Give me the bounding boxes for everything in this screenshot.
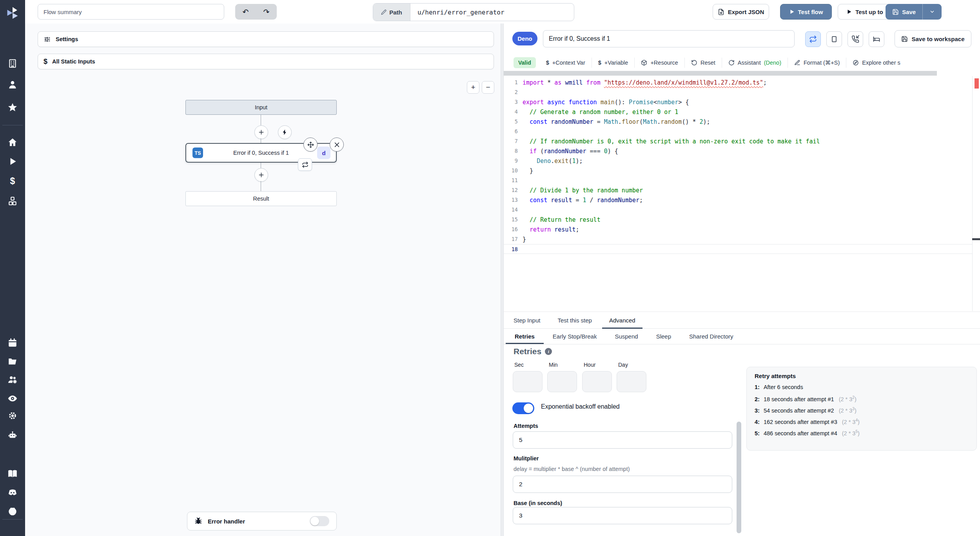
- multiplier-description: delay = multiplier * base ^ (number of a…: [514, 466, 630, 472]
- flow-input-node[interactable]: Input: [185, 100, 337, 115]
- subtab-sleep[interactable]: Sleep: [647, 329, 680, 344]
- flow-summary-input[interactable]: Flow summary: [38, 4, 224, 20]
- retry-sec-label: Sec: [514, 362, 524, 368]
- retry-attempt-row: 5:486 seconds after attempt #4(2 * 35): [755, 429, 969, 441]
- tab-test-this-step[interactable]: Test this step: [550, 312, 599, 328]
- building-icon[interactable]: [7, 58, 18, 69]
- subtab-retries[interactable]: Retries: [506, 329, 544, 344]
- save-button[interactable]: Save: [886, 4, 922, 20]
- dollar-icon[interactable]: $: [7, 176, 18, 186]
- subtab-early-stop-break[interactable]: Early Stop/Break: [544, 329, 606, 344]
- reset-button[interactable]: Reset: [684, 58, 722, 68]
- export-json-button[interactable]: Export JSON: [713, 4, 769, 20]
- edge-line: [261, 138, 261, 143]
- explore-scripts-button[interactable]: Explore other s: [846, 58, 907, 68]
- box-button[interactable]: [826, 31, 842, 47]
- discord-icon[interactable]: [7, 487, 18, 498]
- exponential-backoff-toggle[interactable]: [512, 402, 534, 414]
- save-label: Save: [902, 9, 916, 15]
- assistant-button[interactable]: Assistant (Deno): [722, 58, 788, 68]
- cursor-position-marker: [972, 238, 980, 240]
- repeat-button[interactable]: [805, 31, 821, 47]
- book-icon[interactable]: [7, 469, 18, 479]
- save-icon: [901, 36, 908, 42]
- play-icon[interactable]: [7, 156, 18, 167]
- calendar-icon[interactable]: [7, 338, 18, 348]
- retry-attempt-row: 2:18 seconds after attempt #1(2 * 32): [755, 395, 969, 407]
- subtab-shared-directory[interactable]: Shared Directory: [680, 329, 742, 344]
- phone-incoming-button[interactable]: [848, 31, 863, 47]
- code-editor[interactable]: 1import * as wmill from "https://deno.la…: [504, 76, 980, 311]
- retry-formula: (2 * 33): [839, 407, 857, 414]
- flow-settings-button[interactable]: Settings: [38, 31, 494, 47]
- sidebar-divider: [2, 125, 23, 125]
- home-icon[interactable]: [7, 137, 18, 147]
- user-icon[interactable]: [7, 80, 18, 90]
- add-context-var-button[interactable]: $ +Context Var: [540, 58, 592, 68]
- move-step-button[interactable]: [303, 138, 318, 152]
- add-variable-button[interactable]: $ +Variable: [592, 58, 635, 68]
- attempts-input[interactable]: 5: [513, 431, 732, 449]
- step-editor-panel: Deno Error if 0, Success if 1 Save to wo…: [504, 24, 980, 536]
- delete-step-button[interactable]: [330, 138, 344, 152]
- zoom-in-button[interactable]: +: [467, 81, 479, 94]
- flow-canvas[interactable]: + − Input TS Error if 0, Success if 1 d: [25, 71, 501, 536]
- panel-splitter[interactable]: [501, 24, 504, 536]
- rotate-ccw-icon: [691, 60, 697, 66]
- retry-sec-input[interactable]: [513, 371, 543, 392]
- step-title-input[interactable]: Error if 0, Success if 1: [543, 30, 795, 47]
- bed-button[interactable]: [869, 31, 884, 47]
- star-icon[interactable]: [7, 102, 18, 112]
- multiplier-input[interactable]: 2: [513, 476, 732, 493]
- cubes-icon[interactable]: [7, 196, 18, 206]
- test-flow-button[interactable]: Test flow: [780, 4, 832, 20]
- retries-heading: Retries i: [514, 347, 552, 356]
- all-static-inputs-label: All Static Inputs: [52, 58, 95, 65]
- flow-result-node[interactable]: Result: [185, 191, 337, 206]
- code-line: 1import * as wmill from "https://deno.la…: [504, 78, 972, 87]
- retry-step-button[interactable]: [298, 158, 312, 171]
- repeat-icon: [809, 35, 817, 43]
- zoom-out-button[interactable]: −: [482, 81, 494, 94]
- retry-attempt-row: 4:162 seconds after attempt #3(2 * 34): [755, 418, 969, 429]
- folder-icon[interactable]: [7, 356, 18, 366]
- robot-icon[interactable]: [7, 430, 18, 440]
- plus-icon: [258, 129, 265, 136]
- trigger-bolt-button[interactable]: [278, 125, 292, 139]
- path-value[interactable]: u/henri/error_generator: [410, 4, 505, 21]
- base-input[interactable]: 3: [513, 507, 732, 524]
- add-resource-button[interactable]: +Resource: [634, 58, 684, 68]
- insert-step-button[interactable]: [254, 125, 268, 139]
- path-field[interactable]: Path u/henri/error_generator: [373, 3, 574, 21]
- retry-hour-input[interactable]: [582, 371, 612, 392]
- advanced-subtabs: RetriesEarly Stop/BreakSuspendSleepShare…: [504, 329, 980, 344]
- play-icon: [846, 9, 852, 14]
- code-line: 11: [504, 176, 972, 185]
- save-dropdown-button[interactable]: [922, 4, 942, 20]
- info-icon[interactable]: i: [545, 348, 552, 355]
- retry-day-input[interactable]: [617, 371, 646, 392]
- square-icon: [830, 35, 838, 43]
- editor-overview-ruler: [972, 76, 973, 311]
- tab-step-input[interactable]: Step Input: [506, 312, 547, 328]
- save-to-workspace-button[interactable]: Save to workspace: [895, 30, 971, 47]
- tab-advanced[interactable]: Advanced: [602, 312, 642, 328]
- top-toolbar: Flow summary ↶ ↷ Path u/henri/error_gene…: [25, 0, 980, 24]
- gear-icon[interactable]: [7, 411, 18, 421]
- insert-step-button[interactable]: [254, 168, 268, 182]
- eye-icon[interactable]: [7, 393, 18, 404]
- format-button[interactable]: Format (⌘+S): [788, 58, 846, 68]
- retry-min-input[interactable]: [547, 371, 577, 392]
- vertical-scrollbar[interactable]: [737, 422, 741, 533]
- redo-button[interactable]: ↷: [256, 4, 277, 20]
- github-icon[interactable]: [7, 506, 18, 516]
- users-gear-icon[interactable]: [7, 375, 18, 385]
- subtab-suspend[interactable]: Suspend: [606, 329, 647, 344]
- editor-drag-handle[interactable]: [504, 71, 937, 76]
- windmill-logo-icon[interactable]: [5, 5, 20, 20]
- undo-button[interactable]: ↶: [235, 4, 256, 20]
- all-static-inputs-button[interactable]: $ All Static Inputs: [38, 54, 494, 69]
- error-handler-toggle[interactable]: [310, 516, 329, 526]
- undo-redo-group: ↶ ↷: [235, 4, 277, 20]
- export-json-label: Export JSON: [728, 9, 764, 15]
